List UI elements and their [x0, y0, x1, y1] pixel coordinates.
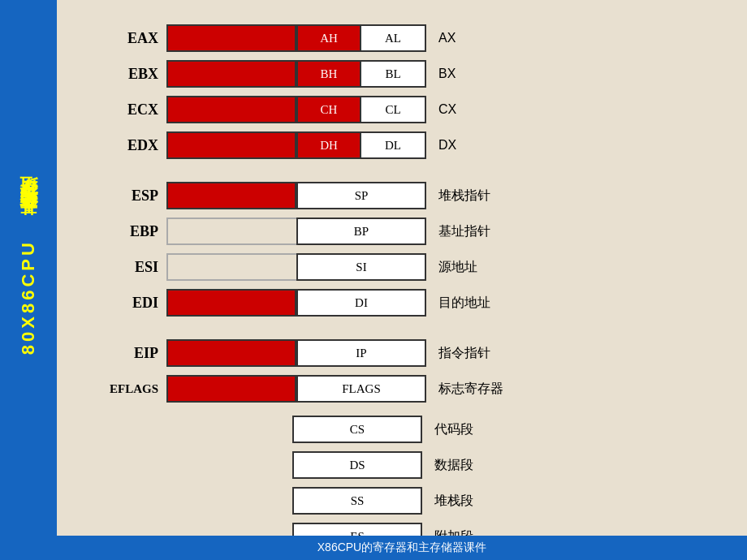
seg-ss: SS [292, 487, 422, 515]
table-row: EFLAGS FLAGS 标志寄存器 [93, 375, 710, 403]
pointer-registers: ESP SP 堆栈指针 EBP BP 基址指针 ESI SI [93, 182, 710, 321]
eip-ip: IP [296, 339, 426, 367]
esi-label: 源地址 [426, 259, 516, 276]
ecx-label: CX [426, 102, 516, 117]
edx-dh: DH [296, 131, 361, 159]
eax-label: AX [426, 31, 516, 45]
reg-name-eip: EIP [93, 345, 166, 362]
eip-label: 指令指针 [426, 345, 516, 362]
eax-32bit [166, 24, 296, 52]
table-row: EBP BP 基址指针 [93, 218, 710, 245]
eflags-label: 标志寄存器 [426, 381, 516, 398]
table-row: EIP IP 指令指针 [93, 339, 710, 367]
edx-32bit [166, 131, 296, 159]
eax-al: AL [361, 24, 426, 52]
reg-name-edx: EDX [93, 137, 166, 154]
ip-flags-section: EIP IP 指令指针 EFLAGS FLAGS 标志寄存器 [93, 339, 710, 407]
eax-ah: AH [296, 24, 361, 52]
edx-dl: DL [361, 131, 426, 159]
eip-32bit [166, 339, 296, 367]
table-row: EBX BH BL BX [93, 60, 710, 88]
edi-di: DI [296, 289, 426, 317]
ecx-ch: CH [296, 96, 361, 123]
seg-ds: DS [292, 451, 422, 479]
table-row: EAX AH AL AX [93, 24, 710, 52]
table-row: SS 堆栈段 [292, 487, 710, 515]
ebp-label: 基址指针 [426, 223, 516, 240]
table-row: ESP SP 堆栈指针 [93, 182, 710, 209]
ebx-bh: BH [296, 60, 361, 88]
ecx-32bit [166, 96, 296, 123]
reg-name-ebp: EBP [93, 223, 166, 240]
ecx-cl: CL [361, 96, 426, 123]
reg-name-esp: ESP [93, 187, 166, 205]
bottom-bar: X86CPU的寄存器和主存储器课件 [57, 536, 747, 560]
layout-wrapper: EAX AH AL AX EBX BH BL BX ECX [93, 24, 710, 560]
ebp-bp: BP [296, 218, 426, 245]
ebp-empty [166, 218, 296, 245]
seg-ds-label: 数据段 [422, 457, 512, 474]
bottom-text: X86CPU的寄存器和主存储器课件 [317, 541, 486, 555]
table-row: ESI SI 源地址 [93, 253, 710, 281]
seg-cs-label: 代码段 [422, 421, 512, 438]
table-row: EDX DH DL DX [93, 131, 710, 159]
diagram-container: EAX AH AL AX EBX BH BL BX ECX [69, 8, 735, 528]
edi-label: 目的地址 [426, 295, 516, 312]
esp-32bit [166, 182, 296, 209]
general-registers: EAX AH AL AX EBX BH BL BX ECX [93, 24, 710, 164]
reg-name-edi: EDI [93, 295, 166, 312]
table-row: CS 代码段 [292, 416, 710, 443]
main-content: EAX AH AL AX EBX BH BL BX ECX [57, 0, 747, 536]
reg-name-ecx: ECX [93, 101, 166, 118]
sidebar-title: 80X86CPU 基本结构寄存器组 [17, 205, 41, 355]
eflags-flags: FLAGS [296, 375, 426, 403]
reg-name-eflags: EFLAGS [93, 382, 166, 396]
ebx-label: BX [426, 67, 516, 81]
esp-label: 堆栈指针 [426, 187, 516, 205]
sidebar: 80X86CPU 基本结构寄存器组 [0, 0, 57, 560]
table-row: EDI DI 目的地址 [93, 289, 710, 317]
seg-ss-label: 堆栈段 [422, 493, 512, 510]
table-row: DS 数据段 [292, 451, 710, 479]
reg-name-ebx: EBX [93, 66, 166, 83]
esi-empty [166, 253, 296, 281]
reg-name-esi: ESI [93, 259, 166, 276]
eflags-32bit [166, 375, 296, 403]
esi-si: SI [296, 253, 426, 281]
seg-cs: CS [292, 416, 422, 443]
ebx-32bit [166, 60, 296, 88]
edx-label: DX [426, 138, 516, 153]
ebx-bl: BL [361, 60, 426, 88]
esp-sp: SP [296, 182, 426, 209]
reg-name-eax: EAX [93, 30, 166, 47]
table-row: ECX CH CL CX [93, 96, 710, 123]
edi-32bit [166, 289, 296, 317]
